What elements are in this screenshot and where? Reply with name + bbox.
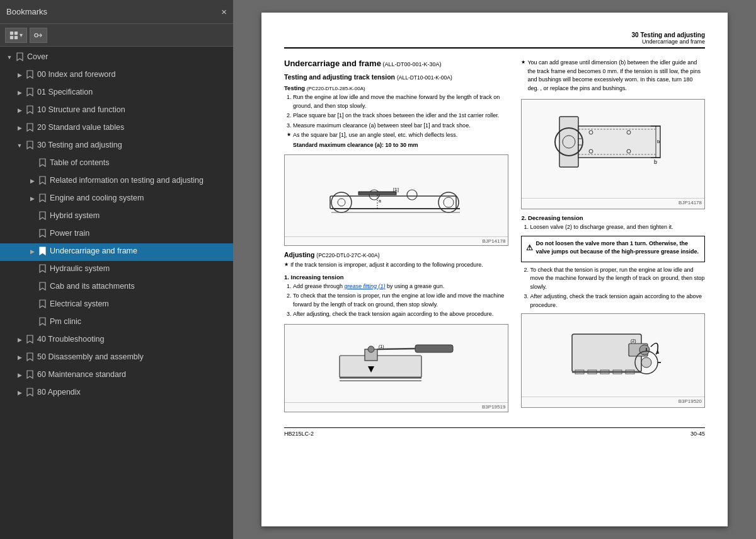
expand-arrow-30-cab[interactable] [28, 281, 37, 293]
sidebar-item-30-cab[interactable]: Cab and its attachments [0, 279, 233, 296]
figure-1-svg: [1] a [324, 158, 469, 234]
svg-rect-16 [358, 192, 396, 195]
document-scroll[interactable]: ◀ 30 Testing and adjusting Undercarriage… [233, 0, 756, 539]
section-title: Undercarriage and frame [284, 59, 381, 68]
bookmark-icon-80 [25, 388, 34, 399]
svg-point-10 [338, 199, 345, 206]
figure-2-caption: B3P19519 [285, 402, 508, 411]
sidebar-item-30-elec[interactable]: Electrical system [0, 296, 233, 314]
increasing-title: 1. Increasing tension [284, 274, 508, 281]
warning-title: ⚠ Do not loosen the valve more than 1 tu… [526, 240, 700, 257]
item-label-30-toc: Table of contents [50, 157, 229, 168]
left-column: Undercarriage and frame (ALL-DT00-001-K-… [284, 59, 508, 417]
sidebar-item-30-toc[interactable]: Table of contents [0, 155, 233, 173]
sidebar-item-30[interactable]: 30 Testing and adjusting [0, 137, 233, 155]
header-subtitle: Undercarriage and frame [284, 38, 705, 45]
testing-standard: Standard maximum clearance (a): 10 to 30… [293, 141, 508, 150]
view-toggle-button[interactable]: ▾ [5, 28, 27, 43]
figure-3-caption: BJP14178 [522, 198, 704, 207]
svg-rect-8 [330, 196, 456, 209]
expand-arrow-40[interactable] [15, 334, 24, 345]
bookmark-icon-30-pm [38, 317, 47, 328]
sidebar-item-30-related[interactable]: Related information on testing and adjus… [0, 173, 233, 190]
expand-arrow-30-power[interactable] [28, 228, 37, 240]
item-label-30-power: Power train [50, 228, 229, 239]
svg-point-12 [407, 190, 417, 200]
item-label-30-elec: Electrical system [50, 298, 229, 310]
figure-3-svg: b b [553, 104, 673, 195]
decreasing-step-2: To check that the tension is proper, run… [530, 266, 705, 292]
sidebar-item-30-pm[interactable]: Pm clinic [0, 314, 233, 332]
bookmark-icon-30-under [38, 246, 47, 258]
svg-rect-1 [14, 31, 18, 34]
sidebar: Bookmarks × ▾ Cover00 Index and foreword… [0, 0, 233, 539]
figure-3: b b [521, 99, 705, 209]
testing-steps-list: Run the engine at low idle and move the … [284, 93, 508, 149]
svg-line-61 [656, 352, 658, 354]
expand-arrow-30-toc[interactable] [28, 158, 37, 169]
item-label-00: 00 Index and foreword [37, 69, 229, 80]
sidebar-item-30-hyd[interactable]: Hydraulic system [0, 261, 233, 279]
expand-arrow-30-elec[interactable] [28, 299, 37, 310]
svg-rect-0 [10, 31, 13, 34]
expand-arrow-30-hyd[interactable] [28, 264, 37, 275]
expand-arrow-50[interactable] [15, 352, 24, 363]
svg-point-49 [639, 345, 650, 355]
header-title: 30 Testing and adjusting [284, 32, 705, 38]
bookmark-icon-20 [25, 123, 34, 134]
sidebar-item-30-engine[interactable]: Engine and cooling system [0, 190, 233, 208]
svg-text:b: b [657, 139, 660, 144]
svg-text:(2): (2) [631, 339, 636, 344]
expand-all-button[interactable] [30, 28, 47, 43]
sidebar-item-00[interactable]: 00 Index and foreword [0, 67, 233, 84]
expand-arrow-01[interactable] [15, 87, 24, 98]
footer-left: HB215LC-2 [284, 431, 314, 437]
decreasing-step-3: After adjusting, check the track tension… [530, 293, 705, 310]
expand-arrow-30-pm[interactable] [28, 316, 37, 328]
expand-arrow-30[interactable] [15, 140, 24, 151]
sidebar-item-80[interactable]: 80 Appendix [0, 385, 233, 402]
expand-arrow-30-related[interactable] [28, 175, 37, 187]
subsection-title: Testing and adjusting track tension (ALL… [284, 73, 508, 81]
increasing-step-1: Add grease through grease fitting (1) by… [293, 282, 508, 291]
bookmark-icon-10 [25, 105, 34, 117]
bookmark-icon-40 [25, 335, 34, 346]
sidebar-item-30-power[interactable]: Power train [0, 226, 233, 243]
expand-arrow-20[interactable] [15, 122, 24, 134]
expand-arrow-30-hybrid[interactable] [28, 211, 37, 222]
expand-arrow-60[interactable] [15, 369, 24, 381]
sidebar-item-20[interactable]: 20 Standard value tables [0, 120, 233, 137]
sidebar-item-01[interactable]: 01 Specification [0, 84, 233, 102]
sidebar-item-30-under[interactable]: Undercarriage and frame [0, 243, 233, 261]
item-label-30-engine: Engine and cooling system [50, 192, 229, 204]
sidebar-item-60[interactable]: 60 Maintenance standard [0, 367, 233, 385]
expand-arrow-10[interactable] [15, 105, 24, 116]
document-page: 30 Testing and adjusting Undercarriage a… [261, 13, 728, 526]
expand-arrow-30-engine[interactable] [28, 193, 37, 204]
sidebar-header: Bookmarks × [0, 0, 233, 24]
sidebar-item-cover[interactable]: Cover [0, 49, 233, 67]
sidebar-title: Bookmarks [6, 7, 47, 16]
expand-arrow-30-under[interactable] [28, 246, 37, 257]
item-label-01: 01 Specification [37, 86, 229, 98]
close-button[interactable]: × [221, 6, 227, 17]
expand-arrow-cover[interactable] [5, 52, 14, 63]
sidebar-item-30-hybrid[interactable]: Hybrid system [0, 208, 233, 226]
svg-point-23 [368, 346, 374, 352]
increasing-step-2: To check that the tension is proper, run… [293, 292, 508, 309]
page-header: 30 Testing and adjusting Undercarriage a… [284, 32, 705, 49]
bookmark-icon-00 [25, 70, 34, 81]
sidebar-item-40[interactable]: 40 Troubleshooting [0, 332, 233, 349]
bookmark-icon-30-cab [38, 282, 47, 293]
figure-1: [1] a BJP14178 [284, 154, 508, 246]
decreasing-steps-list: Loosen valve (2) to discharge grease, an… [521, 223, 705, 232]
svg-point-14 [444, 197, 454, 207]
sidebar-item-50[interactable]: 50 Disassembly and assembly [0, 349, 233, 367]
right-star-note: You can add grease until dimension (b) b… [521, 59, 705, 93]
figure-2-svg: (1) [327, 327, 466, 400]
expand-arrow-80[interactable] [15, 387, 24, 398]
expand-arrow-00[interactable] [15, 69, 24, 81]
item-label-60: 60 Maintenance standard [37, 369, 229, 380]
sidebar-item-10[interactable]: 10 Structure and function [0, 102, 233, 120]
decreasing-title: 2. Decreasing tension [521, 214, 705, 221]
